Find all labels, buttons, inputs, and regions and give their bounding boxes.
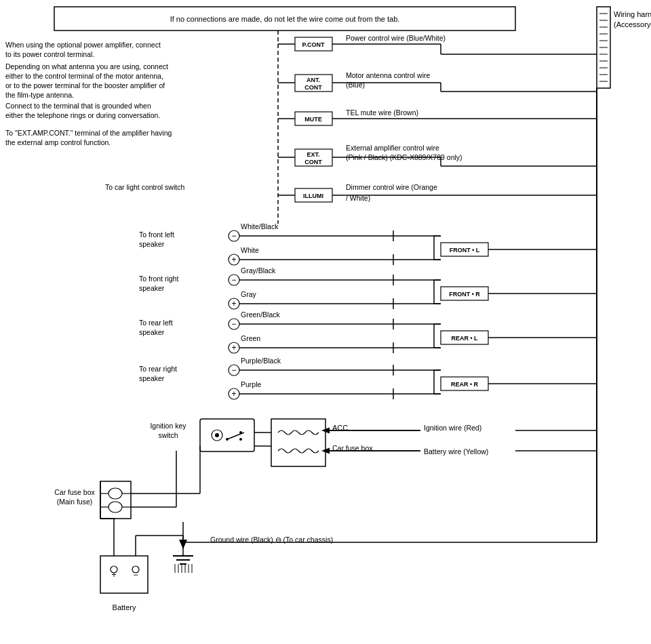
rear-right-label1: To rear right [139, 365, 177, 373]
svg-text:the external amp control funct: the external amp control function. [5, 138, 111, 146]
front-right-neg-color: Gray/Black [241, 266, 276, 275]
svg-text:CONT: CONT [304, 84, 322, 91]
ext-wire-desc2: (Pink / Black) (KDC-X889/X789 only) [346, 153, 462, 161]
rear-left-neg-color: Green/Black [241, 310, 281, 319]
ignition-key-label1: Ignition key [150, 422, 186, 430]
pcont-wire-desc: Power control wire (Blue/White) [346, 34, 446, 42]
svg-rect-141 [100, 556, 148, 593]
svg-text:ILLUMI: ILLUMI [303, 193, 323, 199]
battery-label: Battery [113, 603, 136, 611]
wiring-harness-label: Wiring harness [614, 10, 651, 18]
rear-right-neg-color: Purple/Black [241, 357, 281, 365]
svg-rect-113 [200, 419, 254, 451]
svg-text:the film-type antenna.: the film-type antenna. [5, 91, 74, 99]
svg-text:To "EXT.AMP.CONT." terminal of: To "EXT.AMP.CONT." terminal of the ampli… [5, 129, 172, 137]
wiring-diagram: If no connections are made, do not let t… [0, 0, 651, 644]
illumi-wire-desc2: / White) [346, 194, 370, 202]
svg-text:+: + [111, 570, 116, 580]
svg-text:Connect to the terminal that i: Connect to the terminal that is grounded… [5, 102, 151, 110]
ant-wire-desc2: (Blue) [346, 81, 365, 89]
wiring-harness-label2: (Accessory①) [614, 20, 651, 28]
note1: When using the optional power amplifier,… [5, 41, 161, 49]
battery-wire-label: Battery wire (Yellow) [424, 447, 488, 456]
svg-point-115 [215, 433, 219, 437]
svg-text:+: + [231, 343, 236, 353]
svg-text:−: − [231, 275, 236, 285]
front-r-terminal: FRONT • R [449, 291, 480, 298]
illumi-wire-desc1: Dimmer control wire (Orange [346, 183, 437, 191]
svg-point-119 [239, 431, 242, 434]
svg-text:+: + [231, 299, 236, 308]
svg-text:ANT.: ANT. [307, 77, 320, 83]
svg-text:either the telephone rings or : either the telephone rings or during con… [5, 111, 160, 119]
ant-wire-desc1: Motor antenna control wire [346, 71, 430, 79]
car-light-label: To car light control switch [105, 183, 184, 191]
svg-text:−: − [133, 570, 138, 580]
svg-text:−: − [231, 365, 236, 375]
ignition-key-label2: switch [158, 431, 178, 439]
front-right-pos-color: Gray [241, 290, 257, 298]
svg-text:−: − [231, 231, 236, 241]
front-left-label2: speaker [139, 240, 165, 248]
rear-left-label1: To rear left [139, 319, 173, 327]
front-right-label1: To front right [139, 275, 178, 283]
svg-text:+: + [231, 255, 236, 264]
rear-right-label2: speaker [139, 374, 165, 382]
svg-text:Depending on what antenna you : Depending on what antenna you are using,… [5, 62, 168, 71]
svg-rect-127 [271, 419, 326, 466]
car-fuse-main-label1: Car fuse box [54, 488, 95, 496]
pcont-label: P.CONT [302, 41, 325, 48]
notice-text: If no connections are made, do not let t… [170, 15, 400, 23]
svg-text:−: − [231, 319, 236, 329]
rear-left-label2: speaker [139, 328, 165, 336]
svg-text:CONT: CONT [304, 159, 322, 165]
ext-wire-desc1: External amplifier control wire [346, 144, 439, 152]
front-left-neg-color: White/Black [241, 222, 279, 230]
svg-point-118 [239, 438, 242, 441]
svg-point-117 [226, 438, 229, 441]
front-left-pos-color: White [241, 246, 259, 254]
svg-rect-120 [100, 481, 131, 519]
rear-l-terminal: REAR • L [451, 335, 478, 342]
svg-text:+: + [231, 389, 236, 399]
svg-text:EXT.: EXT. [307, 151, 319, 158]
svg-text:MUTE: MUTE [304, 116, 322, 123]
ignition-wire-label: Ignition wire (Red) [424, 424, 481, 432]
front-l-terminal: FRONT • L [450, 247, 480, 254]
car-fuse-main-label2: (Main fuse) [57, 498, 93, 506]
rear-r-terminal: REAR • R [451, 381, 479, 388]
svg-text:or to the power terminal for t: or to the power terminal for the booster… [5, 81, 165, 89]
front-right-label2: speaker [139, 284, 165, 292]
svg-text:to its power control terminal.: to its power control terminal. [5, 50, 94, 58]
mute-wire-desc: TEL mute wire (Brown) [346, 108, 418, 117]
rear-left-pos-color: Green [241, 334, 260, 342]
front-left-label1: To front left [139, 230, 174, 239]
rear-right-pos-color: Purple [241, 380, 262, 388]
svg-text:either to the control terminal: either to the control terminal of the mo… [5, 72, 163, 80]
